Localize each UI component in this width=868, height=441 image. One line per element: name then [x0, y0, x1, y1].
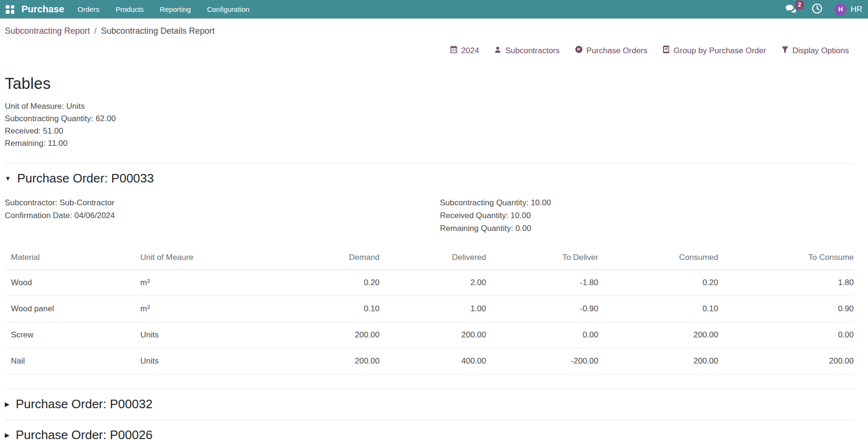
menu-reporting[interactable]: Reporting [160, 5, 191, 13]
cell-material: Wood panel [5, 296, 140, 322]
navbar-right: 2 H HR [785, 3, 862, 16]
report-summary: Unit of Measure: Units Subcontracting Qu… [5, 100, 854, 150]
col-to-consume: To Consume [718, 247, 854, 270]
purchase-order-title: Purchase Order: P00033 [17, 171, 154, 186]
messages-button[interactable]: 2 [785, 4, 797, 14]
po-received-qty: Received Quantity: 10.00 [440, 209, 854, 222]
cell-material: Screw [5, 322, 140, 348]
menu-orders[interactable]: Orders [78, 5, 99, 13]
breadcrumb: Subcontracting Report / Subcontracting D… [0, 19, 868, 36]
user-icon [494, 46, 501, 56]
filter-display-options-label: Display Options [792, 46, 849, 56]
caret-right-icon: ▶ [5, 401, 10, 407]
book-icon [663, 46, 670, 56]
summary-uom: Unit of Measure: Units [5, 100, 854, 113]
cell-consumed: 0.20 [598, 270, 718, 296]
messages-count-badge: 2 [795, 0, 804, 10]
cell-uom: Units [140, 348, 243, 374]
filter-group-by[interactable]: Group by Purchase Order [663, 46, 766, 56]
section-divider [5, 163, 854, 163]
table-row: Nail Units 200.00 400.00 -200.00 200.00 … [5, 348, 854, 374]
table-row: Wood panel m³ 0.10 1.00 -0.90 0.10 0.90 [5, 296, 854, 322]
menu-products[interactable]: Products [116, 5, 144, 13]
page-title: Tables [5, 75, 854, 93]
caret-right-icon: ▶ [5, 432, 10, 438]
po-subcontractor: Subcontractor: Sub-Contractor [5, 196, 440, 209]
cell-to-deliver: -200.00 [486, 348, 598, 374]
po-info-right-column: Subcontracting Quantity: 10.00 Received … [440, 196, 854, 235]
cell-to-consume: 0.90 [718, 296, 854, 322]
apps-menu-icon[interactable] [6, 5, 14, 14]
avatar: H [834, 3, 847, 16]
cell-to-consume: 1.80 [718, 270, 854, 296]
cell-consumed: 200.00 [598, 348, 718, 374]
purchase-order-title: Purchase Order: P00032 [16, 397, 153, 412]
main-menus: Orders Products Reporting Configuration [78, 5, 249, 13]
user-name: HR [850, 5, 862, 14]
user-menu[interactable]: H HR [834, 3, 862, 16]
top-navbar: Purchase Orders Products Reporting Confi… [0, 0, 868, 19]
cell-to-deliver: -0.90 [486, 296, 598, 322]
svg-text:P: P [577, 47, 581, 52]
cell-material: Nail [5, 348, 140, 374]
cell-uom: Units [140, 322, 243, 348]
filter-year-label: 2024 [461, 46, 479, 56]
col-material: Material [5, 247, 140, 270]
po-info-left-column: Subcontractor: Sub-Contractor Confirmati… [5, 196, 440, 235]
purchase-order-header-p00033[interactable]: ▼ Purchase Order: P00033 [5, 171, 854, 186]
breadcrumb-parent-link[interactable]: Subcontracting Report [5, 26, 90, 36]
table-header-row: Material Unit of Meaure Demand Delivered… [5, 247, 854, 270]
cell-delivered: 200.00 [380, 322, 486, 348]
po-confirmation-date: Confirmation Date: 04/06/2024 [5, 209, 440, 222]
summary-remaining: Remaining: 11.00 [5, 137, 854, 150]
col-consumed: Consumed [598, 247, 718, 270]
filter-purchase-orders[interactable]: P Purchase Orders [575, 46, 648, 56]
caret-down-icon: ▼ [5, 175, 11, 182]
clock-icon [811, 3, 823, 16]
summary-received: Received: 51.00 [5, 125, 854, 137]
filter-subcontractors[interactable]: Subcontractors [494, 46, 559, 56]
cell-delivered: 2.00 [380, 270, 486, 296]
section-divider [5, 420, 854, 420]
cell-uom: m³ [140, 296, 243, 322]
po-subcontracting-qty: Subcontracting Quantity: 10.00 [440, 196, 854, 209]
cell-to-consume: 0.00 [718, 322, 854, 348]
purchase-order-icon: P [575, 46, 583, 56]
calendar-icon [450, 46, 458, 56]
cell-material: Wood [5, 270, 140, 296]
cell-to-deliver: 0.00 [486, 322, 598, 348]
purchase-order-section-expanded: ▼ Purchase Order: P00033 Subcontractor: … [5, 171, 854, 374]
col-demand: Demand [243, 247, 380, 270]
col-delivered: Delivered [380, 247, 486, 270]
breadcrumb-current: Subcontracting Details Report [101, 26, 215, 36]
table-row: Screw Units 200.00 200.00 0.00 200.00 0.… [5, 322, 854, 348]
filter-purchase-orders-label: Purchase Orders [586, 46, 648, 56]
activities-button[interactable] [811, 3, 823, 16]
cell-to-consume: 200.00 [718, 348, 854, 374]
col-to-deliver: To Deliver [486, 247, 598, 270]
cell-demand: 200.00 [243, 348, 380, 374]
cell-demand: 0.20 [243, 270, 380, 296]
table-row: Wood m³ 0.20 2.00 -1.80 0.20 1.80 [5, 270, 854, 296]
purchase-order-header-p00026[interactable]: ▶ Purchase Order: P00026 [5, 428, 854, 441]
purchase-order-header-p00032[interactable]: ▶ Purchase Order: P00032 [5, 397, 854, 412]
filter-display-options[interactable]: Display Options [781, 46, 849, 56]
app-title[interactable]: Purchase [21, 4, 64, 15]
materials-table: Material Unit of Meaure Demand Delivered… [5, 247, 854, 374]
col-uom: Unit of Meaure [140, 247, 243, 270]
filter-icon [781, 46, 789, 56]
section-divider [5, 389, 854, 389]
purchase-order-info: Subcontractor: Sub-Contractor Confirmati… [5, 196, 854, 235]
summary-subcontracting-qty: Subcontracting Quantity: 62.00 [5, 113, 854, 125]
cell-demand: 0.10 [243, 296, 380, 322]
filter-group-by-label: Group by Purchase Order [673, 46, 766, 56]
po-remaining-qty: Remaining Quantity: 0.00 [440, 222, 854, 235]
report-content: Tables Unit of Measure: Units Subcontrac… [0, 75, 868, 441]
cell-delivered: 1.00 [380, 296, 486, 322]
cell-demand: 200.00 [243, 322, 380, 348]
filter-year[interactable]: 2024 [450, 46, 479, 56]
menu-configuration[interactable]: Configuration [207, 5, 249, 13]
cell-delivered: 400.00 [380, 348, 486, 374]
filter-bar: 2024 Subcontractors P Purchase Orders Gr… [0, 36, 868, 56]
cell-uom: m³ [140, 270, 243, 296]
